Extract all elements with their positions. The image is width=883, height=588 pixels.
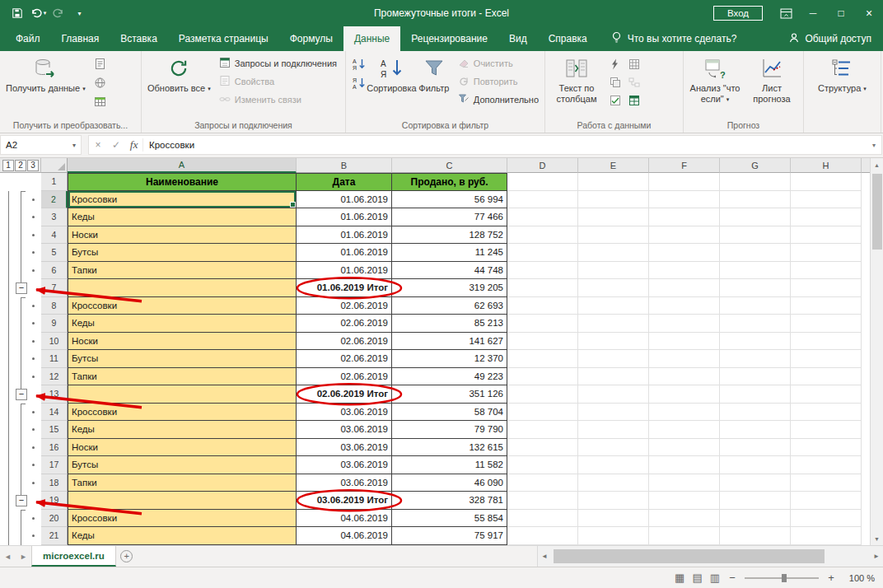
- cell-C12[interactable]: 49 223: [392, 368, 507, 386]
- cell-A4[interactable]: Носки: [68, 226, 297, 245]
- cell-E5[interactable]: [578, 244, 649, 262]
- cell-F19[interactable]: [649, 492, 720, 510]
- cell-B9[interactable]: 02.06.2019: [297, 315, 392, 333]
- cell-B6[interactable]: 01.06.2019: [297, 262, 392, 280]
- cell-A13[interactable]: [68, 385, 297, 404]
- cell-B11[interactable]: 02.06.2019: [297, 350, 392, 368]
- column-header-g[interactable]: G: [720, 158, 791, 173]
- zoom-in-button[interactable]: +: [826, 572, 836, 584]
- row-header-18[interactable]: 18: [41, 474, 68, 492]
- cell-H5[interactable]: [791, 244, 862, 262]
- cell-H3[interactable]: [791, 208, 862, 226]
- cell-H12[interactable]: [791, 368, 862, 386]
- cell-B8[interactable]: 02.06.2019: [297, 297, 392, 315]
- cell-H17[interactable]: [791, 456, 862, 474]
- cell-G10[interactable]: [720, 333, 791, 351]
- cell-C6[interactable]: 44 748: [392, 262, 507, 280]
- edit-links-button[interactable]: Изменить связи: [215, 91, 341, 109]
- sign-in-button[interactable]: Вход: [713, 6, 763, 21]
- cell-G13[interactable]: [720, 385, 791, 404]
- row-header-11[interactable]: 11: [41, 350, 68, 368]
- cell-A19[interactable]: [68, 492, 297, 510]
- select-all-button[interactable]: [41, 158, 68, 173]
- cell-E7[interactable]: [578, 279, 649, 297]
- cell-E4[interactable]: [578, 226, 649, 245]
- cell-D13[interactable]: [507, 385, 578, 404]
- from-text-csv-icon[interactable]: [91, 55, 110, 72]
- cell-B15[interactable]: 03.06.2019: [297, 421, 392, 439]
- cell-C11[interactable]: 12 370: [392, 350, 507, 368]
- data-validation-icon[interactable]: [606, 91, 624, 109]
- cell-A12[interactable]: Тапки: [68, 368, 297, 386]
- cell-E2[interactable]: [578, 191, 649, 209]
- cell-E8[interactable]: [578, 297, 649, 315]
- cell-F11[interactable]: [649, 350, 720, 368]
- cell-F14[interactable]: [649, 404, 720, 422]
- cell-D1[interactable]: [507, 173, 578, 191]
- cell-G14[interactable]: [720, 404, 791, 422]
- cell-D8[interactable]: [507, 297, 578, 315]
- cell-F2[interactable]: [649, 191, 720, 209]
- get-data-button[interactable]: Получить данные ▾: [2, 52, 90, 119]
- cell-B21[interactable]: 04.06.2019: [297, 527, 392, 545]
- cell-E9[interactable]: [578, 315, 649, 333]
- cell-C20[interactable]: 55 854: [392, 510, 507, 528]
- hscroll-right-icon[interactable]: ►: [870, 553, 883, 560]
- cell-C7[interactable]: 319 205: [392, 279, 507, 297]
- save-icon[interactable]: [8, 3, 26, 23]
- cell-A20[interactable]: Кроссовки: [68, 510, 297, 528]
- relationships-icon[interactable]: [625, 73, 643, 91]
- sort-az-icon[interactable]: АЯ: [349, 55, 367, 72]
- scroll-down-icon[interactable]: ▼: [871, 532, 883, 545]
- row-header-3[interactable]: 3: [41, 208, 68, 226]
- zoom-percentage[interactable]: 100 %: [843, 573, 875, 583]
- cell-B4[interactable]: 01.06.2019: [297, 226, 392, 245]
- cell-A14[interactable]: Кроссовки: [68, 404, 297, 422]
- row-header-9[interactable]: 9: [41, 315, 68, 333]
- row-header-21[interactable]: 21: [41, 527, 68, 545]
- column-header-c[interactable]: C: [392, 158, 507, 173]
- cell-F8[interactable]: [649, 297, 720, 315]
- cell-H8[interactable]: [791, 297, 862, 315]
- reapply-button[interactable]: Повторить: [454, 72, 543, 91]
- cell-B1[interactable]: Дата: [297, 173, 392, 191]
- cell-F20[interactable]: [649, 510, 720, 528]
- page-break-view-icon[interactable]: ▥: [710, 572, 720, 584]
- row-header-13[interactable]: 13: [41, 385, 68, 404]
- sort-za-icon[interactable]: ЯА: [349, 74, 367, 91]
- cell-H6[interactable]: [791, 262, 862, 280]
- cell-E6[interactable]: [578, 262, 649, 280]
- cell-B7[interactable]: 01.06.2019 Итог: [297, 279, 392, 297]
- cell-D7[interactable]: [507, 279, 578, 297]
- cell-G15[interactable]: [720, 421, 791, 439]
- cell-A3[interactable]: Кеды: [68, 208, 297, 226]
- cell-B12[interactable]: 02.06.2019: [297, 368, 392, 386]
- cell-E18[interactable]: [578, 474, 649, 492]
- cell-C16[interactable]: 132 615: [392, 439, 507, 457]
- column-header-a[interactable]: A: [68, 158, 297, 173]
- cell-C9[interactable]: 85 213: [392, 315, 507, 333]
- cell-G3[interactable]: [720, 208, 791, 226]
- cell-C10[interactable]: 141 627: [392, 333, 507, 351]
- cell-G9[interactable]: [720, 315, 791, 333]
- cell-C1[interactable]: Продано, в руб.: [392, 173, 507, 191]
- cell-A11[interactable]: Бутсы: [68, 350, 297, 368]
- cell-H2[interactable]: [791, 191, 862, 209]
- cell-F3[interactable]: [649, 208, 720, 226]
- cell-A10[interactable]: Носки: [68, 333, 297, 351]
- cell-C21[interactable]: 75 917: [392, 527, 507, 545]
- cell-C18[interactable]: 46 090: [392, 474, 507, 492]
- cell-H19[interactable]: [791, 492, 862, 510]
- sheet-nav-next-icon[interactable]: ►: [16, 546, 31, 567]
- collapse-group-button[interactable]: −: [16, 389, 27, 400]
- cell-H1[interactable]: [791, 173, 862, 191]
- row-header-14[interactable]: 14: [41, 404, 68, 422]
- cell-G5[interactable]: [720, 244, 791, 262]
- cell-B18[interactable]: 03.06.2019: [297, 474, 392, 492]
- refresh-all-button[interactable]: Обновить все ▾: [143, 52, 215, 119]
- cancel-icon[interactable]: ×: [89, 139, 107, 151]
- text-to-columns-button[interactable]: Текст по столбцам: [547, 52, 606, 119]
- sort-button[interactable]: АЯ Сортировка: [369, 52, 414, 119]
- filter-button[interactable]: Фильтр: [414, 52, 454, 119]
- cell-D16[interactable]: [507, 439, 578, 457]
